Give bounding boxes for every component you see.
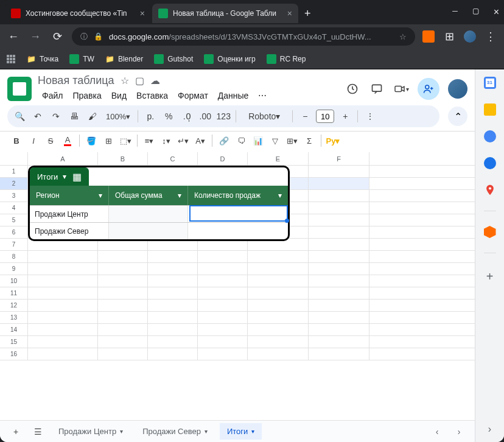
cell[interactable]: [28, 336, 98, 348]
filter-views-icon[interactable]: ⊞▾: [284, 133, 300, 149]
row-header[interactable]: 4: [0, 202, 28, 214]
menu-view[interactable]: Вид: [107, 88, 131, 103]
cell[interactable]: [248, 336, 309, 348]
cell[interactable]: [248, 300, 309, 311]
forward-button[interactable]: →: [28, 30, 43, 43]
add-sheet-button[interactable]: +: [7, 423, 24, 440]
extensions-icon[interactable]: ⊞: [442, 30, 457, 43]
column-header[interactable]: F: [309, 152, 369, 165]
row-header[interactable]: 9: [0, 263, 28, 275]
cell[interactable]: [28, 324, 98, 335]
more-toolbar-icon[interactable]: ⋮: [362, 108, 379, 125]
row-header[interactable]: 16: [0, 348, 28, 360]
cell[interactable]: [148, 348, 198, 360]
row-header[interactable]: 10: [0, 275, 28, 287]
row-header[interactable]: 11: [0, 287, 28, 299]
chevron-down-icon[interactable]: ▾: [278, 191, 282, 200]
cell[interactable]: [148, 300, 198, 311]
scroll-left-icon[interactable]: ‹: [429, 423, 446, 440]
h-align-icon[interactable]: ≡▾: [141, 133, 157, 149]
insert-chart-icon[interactable]: 📊: [250, 133, 266, 149]
select-all-cell[interactable]: [0, 152, 28, 165]
python-icon[interactable]: Py▾: [325, 133, 341, 149]
italic-icon[interactable]: I: [26, 133, 41, 149]
borders-icon[interactable]: ⊞: [100, 133, 116, 149]
column-header[interactable]: A: [28, 152, 98, 165]
hide-panel-icon[interactable]: ›: [488, 424, 491, 435]
doc-title[interactable]: Новая таблица: [38, 74, 114, 87]
cell[interactable]: [98, 251, 148, 262]
cell[interactable]: [148, 251, 198, 262]
get-addons-button[interactable]: +: [481, 268, 499, 285]
table-view-icon[interactable]: ▦: [72, 171, 82, 183]
browser-tab-1[interactable]: Новая таблица - Google Табли ×: [152, 4, 298, 23]
column-header[interactable]: E: [248, 152, 309, 165]
wrap-text-icon[interactable]: ↵▾: [175, 133, 191, 149]
cell[interactable]: [309, 324, 369, 335]
increase-fontsize-button[interactable]: +: [337, 108, 354, 125]
sheet-tab[interactable]: Продажи Центр▾: [51, 423, 130, 440]
apps-button[interactable]: [6, 54, 16, 64]
cell[interactable]: [98, 263, 148, 275]
cell[interactable]: [98, 287, 148, 299]
browser-tab-0[interactable]: Хостинговое сообщество «Tin ×: [5, 4, 151, 23]
maximize-icon[interactable]: ▢: [472, 7, 479, 18]
row-header[interactable]: 5: [0, 214, 28, 226]
table-cell[interactable]: Продажи Север: [30, 223, 109, 239]
percent-format-icon[interactable]: %: [160, 108, 177, 125]
close-icon[interactable]: ×: [287, 9, 292, 18]
menu-file[interactable]: Файл: [38, 88, 67, 103]
cell[interactable]: [309, 287, 369, 299]
cell[interactable]: [148, 336, 198, 348]
row-header[interactable]: 6: [0, 226, 28, 238]
cell[interactable]: [309, 263, 369, 275]
column-header[interactable]: B: [98, 152, 148, 165]
contacts-icon[interactable]: [484, 157, 496, 169]
menu-edit[interactable]: Правка: [68, 88, 105, 103]
history-icon[interactable]: [345, 81, 360, 97]
minimize-icon[interactable]: ─: [452, 7, 458, 18]
row-header[interactable]: 14: [0, 324, 28, 335]
cell[interactable]: [198, 300, 248, 311]
tasks-icon[interactable]: [484, 130, 496, 142]
row-header[interactable]: 7: [0, 239, 28, 250]
column-header[interactable]: C: [148, 152, 198, 165]
star-icon[interactable]: ☆: [121, 75, 129, 86]
chevron-down-icon[interactable]: ▾: [205, 428, 208, 435]
row-header[interactable]: 8: [0, 251, 28, 262]
link-icon[interactable]: 🔗: [216, 133, 232, 149]
cell[interactable]: [148, 275, 198, 287]
row-header[interactable]: 12: [0, 300, 28, 311]
cell[interactable]: [28, 287, 98, 299]
sheet-tab[interactable]: Итоги▾: [220, 423, 262, 440]
cell[interactable]: [148, 287, 198, 299]
chevron-down-icon[interactable]: ▾: [178, 191, 181, 200]
sheets-logo-icon[interactable]: [7, 77, 32, 101]
maps-icon[interactable]: [484, 184, 496, 196]
site-info-icon[interactable]: ⓘ: [80, 32, 88, 42]
cell[interactable]: [248, 263, 309, 275]
filter-icon[interactable]: ▽: [267, 133, 283, 149]
bookmark-item[interactable]: 📁Blender: [105, 55, 143, 63]
share-button[interactable]: [418, 78, 439, 100]
cell[interactable]: [309, 214, 369, 226]
cell[interactable]: [248, 324, 309, 335]
cell[interactable]: [309, 275, 369, 287]
text-color-icon[interactable]: A: [60, 133, 75, 149]
increase-decimal-icon[interactable]: .00: [197, 108, 214, 125]
account-avatar[interactable]: [448, 79, 467, 99]
cell[interactable]: [28, 348, 98, 360]
cell[interactable]: [309, 336, 369, 348]
decrease-decimal-icon[interactable]: .0̩: [178, 108, 195, 125]
cell[interactable]: [198, 324, 248, 335]
cell[interactable]: [198, 275, 248, 287]
functions-icon[interactable]: Σ: [301, 133, 317, 149]
table-cell[interactable]: [188, 206, 288, 222]
table-header-cell[interactable]: Количество продаж▾: [188, 186, 288, 205]
row-header[interactable]: 1: [0, 166, 28, 177]
calendar-icon[interactable]: 31: [484, 77, 496, 89]
redo-icon[interactable]: ↷: [47, 108, 65, 125]
bookmark-item[interactable]: 📁Точка: [27, 55, 58, 63]
chevron-down-icon[interactable]: ▾: [120, 428, 123, 435]
table-header-cell[interactable]: Регион▾: [30, 186, 109, 205]
